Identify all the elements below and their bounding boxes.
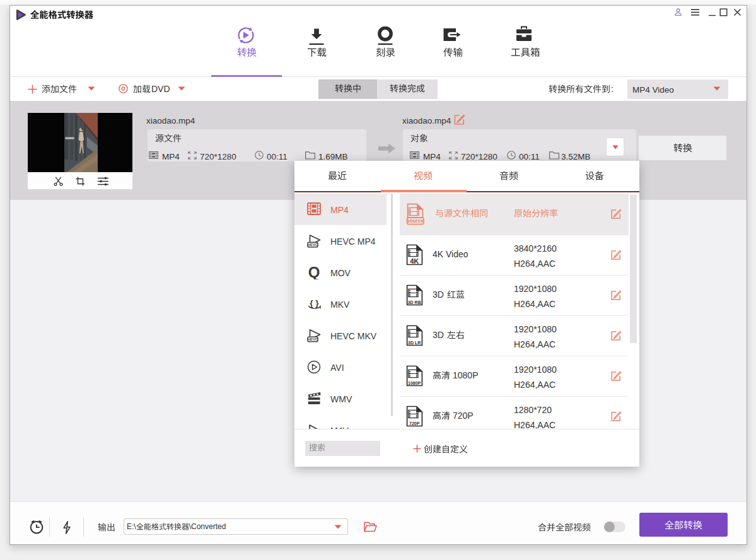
svg-text:HEVC: HEVC: [308, 243, 318, 247]
svg-text:Q: Q: [308, 265, 320, 279]
svg-text:4K: 4K: [410, 257, 419, 264]
svg-text:3D RB: 3D RB: [408, 300, 421, 304]
svg-text:3D LR: 3D LR: [408, 340, 421, 344]
svg-text:720P: 720P: [409, 421, 420, 425]
svg-text:source: source: [407, 218, 424, 224]
svg-text:HEVC: HEVC: [308, 337, 318, 341]
svg-text:1080P: 1080P: [408, 380, 421, 385]
svg-text:{ }: { }: [310, 298, 319, 307]
